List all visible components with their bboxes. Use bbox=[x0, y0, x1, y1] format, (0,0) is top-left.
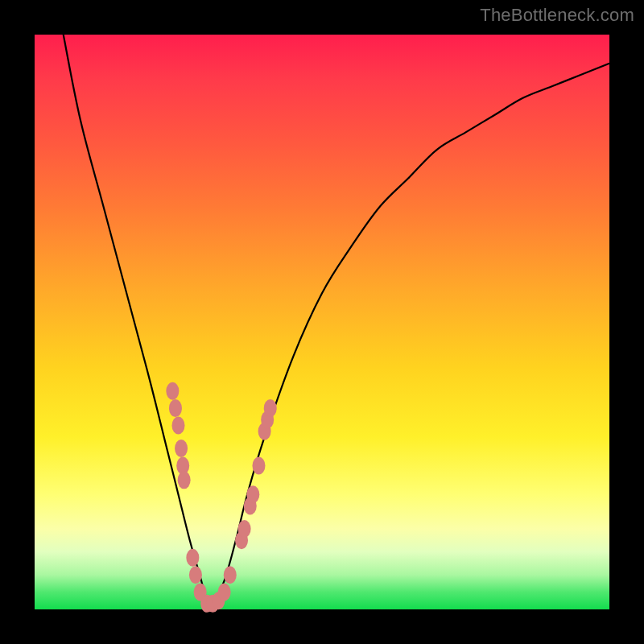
curve-marker bbox=[186, 549, 199, 567]
chart-frame: TheBottleneck.com bbox=[0, 0, 644, 644]
curve-line bbox=[64, 35, 609, 607]
curve-marker bbox=[189, 566, 202, 584]
watermark-text: TheBottleneck.com bbox=[480, 5, 634, 26]
curve-marker bbox=[246, 485, 259, 503]
chart-svg bbox=[35, 35, 609, 609]
curve-marker bbox=[224, 566, 237, 584]
curve-marker bbox=[166, 382, 179, 400]
curve-marker bbox=[172, 417, 185, 435]
curve-marker bbox=[264, 399, 277, 417]
curve-marker bbox=[252, 457, 265, 475]
curve-marker bbox=[178, 471, 191, 489]
curve-marker bbox=[175, 440, 188, 457]
marker-group bbox=[166, 382, 276, 613]
curve-marker bbox=[169, 399, 182, 417]
plot-area bbox=[35, 35, 609, 609]
curve-marker bbox=[238, 520, 251, 538]
curve-marker bbox=[218, 584, 231, 601]
